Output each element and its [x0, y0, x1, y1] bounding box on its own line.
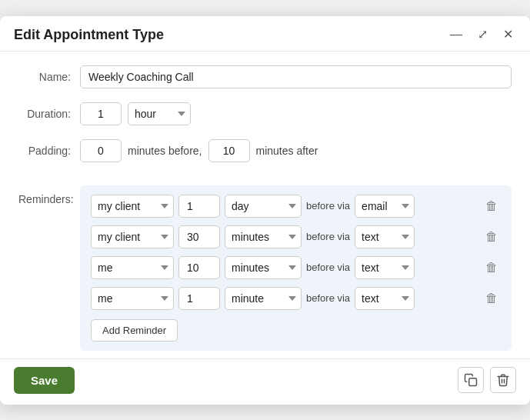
reminders-section: Reminders: my client me minute minutes h… [0, 185, 530, 351]
edit-appointment-dialog: Edit Appointment Type — ⤢ ✕ Name: Durati… [0, 16, 530, 405]
name-field-content [80, 65, 512, 88]
reminder-number-input-2[interactable] [178, 225, 220, 248]
minimize-button[interactable]: — [447, 27, 465, 42]
reminder-unit-select-2[interactable]: minute minutes hour hours day days week … [225, 225, 302, 248]
reminder-channel-select-2[interactable]: email text sms [355, 225, 415, 248]
reminder-who-select-1[interactable]: my client me [91, 195, 174, 218]
delete-reminder-button-3[interactable]: 🗑 [482, 259, 501, 276]
add-reminder-button[interactable]: Add Reminder [91, 319, 178, 342]
delete-button[interactable] [490, 367, 516, 393]
before-via-label-4: before via [306, 292, 350, 304]
reminder-row: my client me minute minutes hour hours d… [91, 287, 501, 310]
delete-reminder-button-4[interactable]: 🗑 [482, 290, 501, 307]
dialog-title: Edit Appointment Type [14, 27, 164, 43]
reminder-number-input-3[interactable] [178, 256, 220, 279]
before-via-label-2: before via [306, 231, 350, 242]
copy-icon [464, 373, 478, 387]
padding-before-label: minutes before, [128, 145, 202, 157]
padding-after-input[interactable] [208, 139, 250, 162]
reminder-unit-select-3[interactable]: minute minutes hour hours day days week … [225, 256, 302, 279]
duration-label: Duration: [18, 108, 80, 120]
delete-reminder-button-2[interactable]: 🗑 [482, 228, 501, 245]
svg-rect-0 [469, 378, 477, 386]
reminder-unit-select-4[interactable]: minute minutes hour hours day days week … [225, 287, 302, 310]
name-label: Name: [18, 71, 80, 83]
duration-field-row: Duration: minute minutes hour hours [18, 102, 512, 125]
padding-field-row: Padding: minutes before, minutes after [18, 139, 512, 162]
reminders-label: Reminders: [18, 185, 80, 351]
reminder-channel-select-4[interactable]: email text sms [355, 287, 415, 310]
padding-after-label: minutes after [256, 145, 318, 157]
reminders-body: my client me minute minutes hour hours d… [80, 185, 512, 351]
footer-icons [458, 367, 516, 393]
padding-label: Padding: [18, 145, 80, 157]
trash-icon [496, 373, 510, 387]
reminder-row: my client me minute minutes hour hours d… [91, 256, 501, 279]
title-bar-actions: — ⤢ ✕ [447, 27, 516, 42]
reminder-channel-select-1[interactable]: email text sms [355, 195, 415, 218]
reminder-number-input-1[interactable] [178, 195, 220, 218]
duration-number-input[interactable] [80, 102, 122, 125]
delete-reminder-button-1[interactable]: 🗑 [482, 198, 501, 215]
duration-field-content: minute minutes hour hours [80, 102, 512, 125]
reminder-channel-select-3[interactable]: email text sms [355, 256, 415, 279]
padding-before-input[interactable] [80, 139, 122, 162]
reminder-who-select-2[interactable]: my client me [91, 225, 174, 248]
reminder-row: my client me minute minutes hour hours d… [91, 195, 501, 218]
reminder-who-select-4[interactable]: my client me [91, 287, 174, 310]
save-button[interactable]: Save [14, 367, 75, 394]
copy-button[interactable] [458, 367, 484, 393]
reminder-who-select-3[interactable]: my client me [91, 256, 174, 279]
duration-unit-select[interactable]: minute minutes hour hours [128, 102, 191, 125]
reminder-row: my client me minute minutes hour hours d… [91, 225, 501, 248]
footer: Save [0, 358, 530, 405]
name-input[interactable] [80, 65, 512, 88]
reminder-number-input-4[interactable] [178, 287, 220, 310]
name-field-row: Name: [18, 65, 512, 88]
before-via-label-3: before via [306, 262, 350, 273]
restore-button[interactable]: ⤢ [475, 27, 491, 42]
dialog-content: Name: Duration: minute minutes hour hour… [0, 52, 530, 185]
padding-field-content: minutes before, minutes after [80, 139, 512, 162]
reminder-unit-select-1[interactable]: minute minutes hour hours day days week … [225, 195, 302, 218]
before-via-label-1: before via [306, 200, 350, 212]
title-bar: Edit Appointment Type — ⤢ ✕ [0, 16, 530, 52]
close-button[interactable]: ✕ [500, 27, 516, 42]
